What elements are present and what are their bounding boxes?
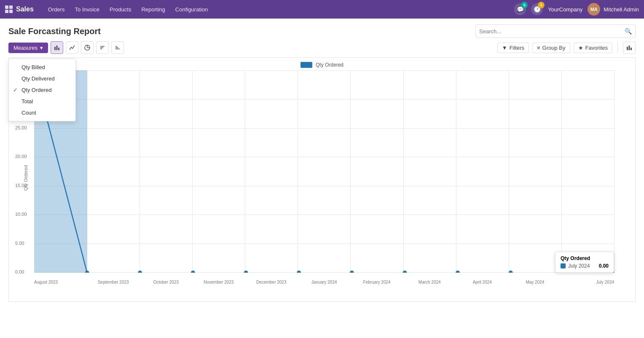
search-input[interactable] — [479, 28, 625, 35]
sort-asc-button[interactable] — [96, 41, 109, 54]
x-tick-feb: February 2024 — [351, 280, 403, 284]
measures-button[interactable]: Measures ▾ — [8, 43, 48, 53]
data-point-apr[interactable] — [456, 271, 460, 273]
favorites-button[interactable]: ★ Favorites — [574, 43, 612, 53]
y-tick-25: 25.00 — [15, 125, 27, 130]
page-header: Sale Forcasting Report 🔍 — [0, 19, 644, 38]
star-icon: ★ — [578, 45, 583, 51]
activities-button[interactable]: 🕐 5 — [531, 3, 543, 15]
data-point-may[interactable] — [509, 271, 513, 273]
filters-button[interactable]: ▼ Filters — [497, 43, 529, 53]
measure-count[interactable]: Count — [9, 107, 75, 118]
x-tick-aug: August 2023 — [34, 280, 87, 284]
grid-icon — [5, 5, 13, 13]
page-title: Sale Forcasting Report — [8, 27, 101, 36]
x-tick-sep: September 2023 — [87, 280, 140, 284]
user-menu[interactable]: MA Mitchell Admin — [588, 3, 639, 16]
topnav-menu: Orders To Invoice Products Reporting Con… — [44, 5, 212, 14]
filter-icon: ▼ — [502, 45, 507, 51]
chart-legend: Qty Ordered — [9, 58, 635, 70]
data-point-oct[interactable] — [138, 271, 142, 273]
data-point-nov[interactable] — [191, 271, 195, 273]
app-name: Sales — [16, 5, 34, 13]
company-name[interactable]: YourCompany — [548, 6, 582, 13]
tooltip-swatch — [561, 263, 566, 268]
nav-to-invoice[interactable]: To Invoice — [71, 5, 104, 14]
bar-chart-button[interactable] — [51, 41, 63, 54]
pie-chart-button[interactable] — [81, 41, 94, 54]
measures-chevron-icon: ▾ — [40, 45, 43, 51]
sort-asc-icon — [99, 45, 105, 51]
x-axis-ticks: August 2023 September 2023 October 2023 … — [34, 280, 614, 284]
measures-label: Measures — [13, 45, 38, 51]
graph-icon — [626, 45, 632, 51]
measure-qty-billed[interactable]: Qty Billed — [9, 62, 75, 73]
y-tick-10: 10.00 — [15, 212, 27, 217]
search-icon[interactable]: 🔍 — [625, 28, 632, 35]
svg-rect-12 — [627, 47, 628, 50]
app-logo[interactable]: Sales — [5, 5, 34, 13]
pie-chart-icon — [84, 45, 90, 51]
measure-qty-ordered[interactable]: Qty Ordered — [9, 84, 75, 96]
chart-tooltip: Qty Ordered July 2024 0.00 — [555, 252, 614, 273]
legend-label: Qty Ordered — [316, 62, 343, 68]
nav-products[interactable]: Products — [105, 5, 135, 14]
favorites-label: Favorites — [585, 45, 608, 51]
chart-container: Qty Ordered Qty Ordered Order Date 30.00… — [8, 57, 636, 302]
x-tick-oct: October 2023 — [140, 280, 192, 284]
data-point-dec[interactable] — [244, 271, 248, 273]
messages-button[interactable]: 💬 5 — [514, 3, 526, 15]
y-tick-0: 0.00 — [15, 269, 24, 274]
topnav-right: 💬 5 🕐 5 YourCompany MA Mitchell Admin — [514, 3, 639, 16]
measure-qty-delivered[interactable]: Qty Delivered — [9, 73, 75, 84]
user-name: Mitchell Admin — [604, 6, 639, 13]
data-point-mar[interactable] — [402, 271, 407, 273]
group-by-button[interactable]: ≡ Group By — [532, 43, 570, 53]
tooltip-value: 0.00 — [599, 263, 609, 269]
data-point-jan[interactable] — [297, 271, 301, 273]
x-tick-dec: December 2023 — [245, 280, 298, 284]
tooltip-label: July 2024 — [568, 263, 596, 269]
sort-desc-button[interactable] — [111, 41, 124, 54]
tooltip-row: July 2024 0.00 — [561, 263, 609, 269]
activities-badge: 5 — [538, 2, 545, 8]
topnav: Sales Orders To Invoice Products Reporti… — [0, 0, 644, 19]
measures-dropdown-menu: Qty Billed Qty Delivered Qty Ordered Tot… — [8, 59, 76, 121]
x-tick-mar: March 2024 — [403, 280, 456, 284]
bar-chart-icon — [54, 45, 60, 51]
y-tick-5: 5.00 — [15, 241, 24, 246]
filters-label: Filters — [510, 45, 524, 51]
nav-orders[interactable]: Orders — [44, 5, 69, 14]
sort-desc-icon — [115, 45, 121, 51]
toolbar-right: ▼ Filters ≡ Group By ★ Favorites — [497, 41, 636, 54]
graph-view-button[interactable] — [623, 41, 636, 54]
vgrid-11 — [614, 70, 614, 273]
chart-inner: Qty Ordered Order Date 30.00 25.00 20.00… — [34, 70, 614, 285]
tooltip-title: Qty Ordered — [561, 255, 609, 261]
user-avatar: MA — [588, 3, 600, 16]
messages-badge: 5 — [521, 2, 528, 8]
toolbar: Measures ▾ Qty Billed Qty Delivered Qty … — [0, 38, 644, 57]
group-by-label: Group By — [542, 45, 566, 51]
x-tick-may: May 2024 — [509, 280, 561, 284]
x-tick-nov: November 2023 — [192, 280, 245, 284]
x-axis-label: Order Date — [313, 301, 335, 302]
measure-total[interactable]: Total — [9, 96, 75, 107]
nav-configuration[interactable]: Configuration — [171, 5, 212, 14]
svg-rect-1 — [56, 46, 58, 50]
group-icon: ≡ — [537, 45, 540, 51]
svg-rect-13 — [629, 46, 630, 50]
svg-rect-14 — [631, 48, 632, 50]
data-point-feb[interactable] — [350, 271, 354, 273]
legend-swatch — [301, 62, 312, 68]
svg-rect-0 — [54, 47, 56, 50]
svg-rect-2 — [58, 48, 59, 50]
measures-dropdown-wrapper: Measures ▾ Qty Billed Qty Delivered Qty … — [8, 43, 48, 53]
search-bar: 🔍 — [475, 24, 636, 38]
chart-svg — [34, 70, 614, 273]
x-tick-jul: July 2024 — [561, 280, 614, 284]
x-tick-jan: January 2024 — [298, 280, 350, 284]
line-chart-button[interactable] — [66, 41, 78, 54]
line-chart-icon — [69, 45, 75, 51]
nav-reporting[interactable]: Reporting — [137, 5, 169, 14]
